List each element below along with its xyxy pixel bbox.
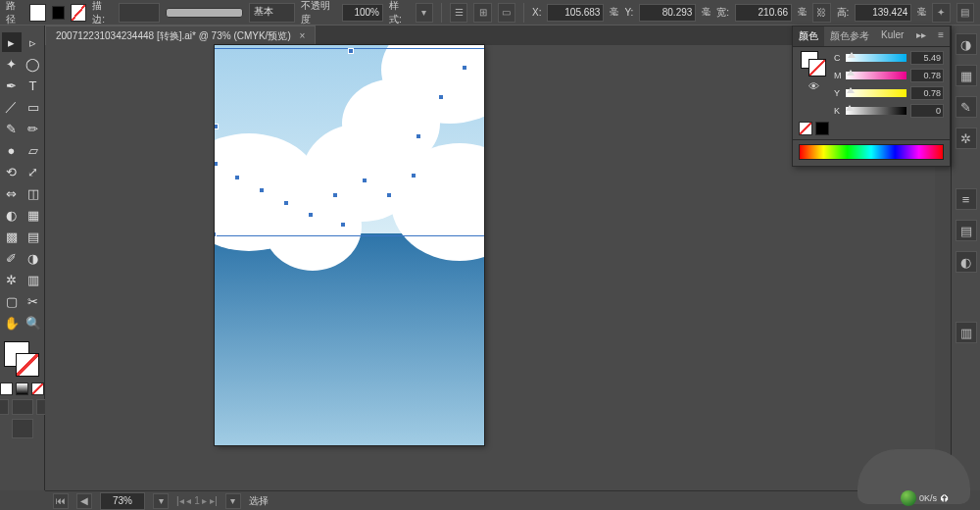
line-tool[interactable]: ／ — [2, 97, 22, 117]
h-input[interactable] — [855, 4, 911, 22]
layers-panel-icon[interactable]: ▥ — [956, 322, 977, 343]
color-panel-icon[interactable]: ◑ — [956, 33, 977, 55]
y-input[interactable] — [639, 4, 696, 22]
y-slider[interactable] — [846, 89, 906, 97]
direct-selection-tool[interactable]: ▹ — [24, 32, 43, 52]
constrain-lock-icon[interactable]: ⛓ — [812, 3, 830, 23]
stroke-chip[interactable] — [16, 353, 39, 377]
tab-color[interactable]: 颜色 — [793, 26, 824, 46]
draw-normal-icon[interactable] — [0, 399, 9, 415]
anchor-point[interactable] — [332, 192, 338, 198]
blend-tool[interactable]: ◑ — [24, 248, 43, 268]
align-icon[interactable]: ☰ — [450, 3, 467, 23]
tab-color-guide[interactable]: 颜色参考 — [824, 26, 875, 46]
none-swatch-icon[interactable] — [799, 122, 812, 135]
panel-menu-icon[interactable]: ≡ — [932, 26, 950, 46]
anchor-point[interactable] — [215, 161, 219, 167]
anchor-point[interactable] — [362, 178, 368, 183]
lasso-tool[interactable]: ◯ — [24, 54, 43, 74]
selection-tool[interactable]: ▸ — [2, 32, 22, 52]
eyedropper-tool[interactable]: ✐ — [2, 248, 22, 268]
panel-stroke-chip[interactable] — [808, 59, 826, 76]
anchor-icon[interactable]: ▭ — [498, 3, 515, 23]
anchor-point[interactable] — [234, 175, 240, 180]
color-mode-icon[interactable] — [0, 382, 13, 395]
anchor-point[interactable] — [283, 200, 289, 206]
transform-icon[interactable]: ⊞ — [473, 3, 491, 23]
gradient-panel-icon[interactable]: ▤ — [956, 220, 977, 241]
zoom-tool[interactable]: 🔍 — [24, 313, 43, 332]
nav-first-icon[interactable]: ⏮ — [53, 493, 69, 509]
panel-fill-stroke[interactable] — [801, 51, 826, 76]
panel-menu-icon[interactable]: ▤ — [956, 3, 974, 23]
zoom-dropdown-icon[interactable]: ▾ — [153, 493, 169, 509]
pen-tool[interactable]: ✒ — [2, 76, 22, 95]
close-tab-icon[interactable]: × — [300, 30, 306, 41]
fill-menu-icon[interactable] — [52, 6, 65, 20]
anchor-point[interactable] — [348, 48, 354, 54]
c-slider[interactable] — [846, 54, 906, 62]
scale-tool[interactable]: ⤢ — [24, 162, 43, 181]
anchor-point[interactable] — [386, 192, 392, 198]
eraser-tool[interactable]: ▱ — [24, 140, 43, 160]
anchor-point[interactable] — [462, 65, 467, 71]
screen-mode-icon[interactable] — [12, 419, 33, 438]
rotate-tool[interactable]: ⟲ — [2, 162, 22, 181]
document-tab[interactable]: 200712231034234448 [转换].ai* @ 73% (CMYK/… — [45, 26, 316, 46]
stroke-swatch[interactable] — [71, 4, 87, 22]
stroke-profile-dropdown[interactable] — [166, 8, 243, 18]
column-graph-tool[interactable]: ▥ — [24, 270, 43, 289]
free-transform-tool[interactable]: ◫ — [24, 183, 43, 203]
artboard-tool[interactable]: ▢ — [2, 291, 22, 311]
anchor-point[interactable] — [438, 94, 444, 100]
symbol-sprayer-tool[interactable]: ✲ — [2, 270, 22, 289]
stroke-panel-icon[interactable]: ≡ — [956, 188, 977, 210]
hand-tool[interactable]: ✋ — [2, 313, 22, 332]
panel-collapse-icon[interactable]: ▸▸ — [910, 26, 932, 46]
paintbrush-tool[interactable]: ✎ — [2, 119, 22, 138]
mesh-tool[interactable]: ▩ — [2, 227, 22, 246]
pencil-tool[interactable]: ✏ — [24, 119, 43, 138]
fill-swatch[interactable] — [29, 4, 46, 22]
gradient-tool[interactable]: ▤ — [24, 227, 43, 246]
perspective-grid-tool[interactable]: ▦ — [24, 205, 43, 225]
c-value[interactable]: 5.49 — [910, 51, 944, 65]
anchor-point[interactable] — [340, 222, 346, 228]
y-value[interactable]: 0.78 — [910, 86, 944, 100]
magic-wand-tool[interactable]: ✦ — [2, 54, 22, 74]
artboard-nav-dropdown[interactable]: ▾ — [225, 493, 241, 509]
symbols-panel-icon[interactable]: ✲ — [956, 128, 977, 149]
gradient-mode-icon[interactable] — [16, 382, 28, 395]
blob-brush-tool[interactable]: ● — [2, 140, 22, 160]
opacity-input[interactable] — [342, 4, 383, 22]
more-options-icon[interactable]: ✦ — [932, 3, 950, 23]
rectangle-tool[interactable]: ▭ — [24, 97, 43, 117]
brushes-panel-icon[interactable]: ✎ — [956, 96, 977, 118]
anchor-point[interactable] — [259, 187, 265, 193]
type-tool[interactable]: T — [24, 76, 43, 95]
x-input[interactable] — [547, 4, 604, 22]
m-value[interactable]: 0.78 — [910, 69, 944, 82]
width-tool[interactable]: ⇔ — [2, 183, 22, 203]
stroke-weight-dropdown[interactable] — [119, 3, 160, 23]
graphic-style-dropdown[interactable]: ▾ — [416, 3, 433, 23]
anchor-point[interactable] — [215, 124, 219, 129]
slice-tool[interactable]: ✂ — [24, 291, 43, 311]
draw-behind-icon[interactable] — [12, 399, 33, 415]
nav-prev-icon[interactable]: ◀ — [76, 493, 92, 509]
w-input[interactable] — [735, 4, 792, 22]
black-swatch-icon[interactable] — [815, 122, 829, 135]
k-slider[interactable] — [846, 107, 906, 115]
anchor-point[interactable] — [215, 231, 217, 237]
shape-builder-tool[interactable]: ◐ — [2, 205, 22, 225]
m-slider[interactable] — [846, 72, 906, 79]
swatches-panel-icon[interactable]: ▦ — [956, 65, 977, 86]
fill-stroke-control[interactable] — [2, 339, 43, 379]
none-mode-icon[interactable] — [31, 382, 44, 395]
anchor-point[interactable] — [416, 133, 421, 139]
anchor-point[interactable] — [308, 212, 314, 218]
k-value[interactable]: 0 — [910, 104, 944, 118]
tab-kuler[interactable]: Kuler — [875, 26, 909, 46]
zoom-input[interactable] — [100, 492, 145, 510]
anchor-point[interactable] — [411, 173, 416, 178]
